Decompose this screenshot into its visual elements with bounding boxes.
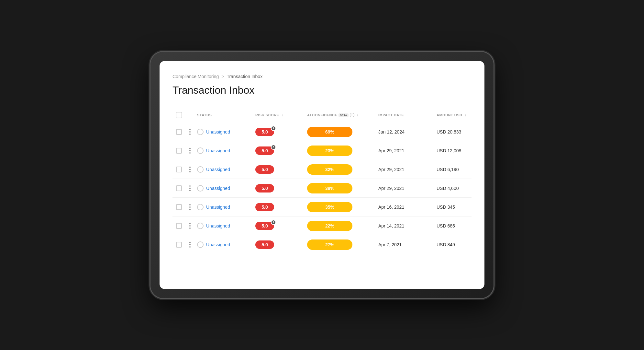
row-checkbox[interactable] xyxy=(176,129,182,135)
dot-icon xyxy=(189,134,191,135)
status-cell: Unassigned xyxy=(197,129,255,135)
row-menu-button[interactable] xyxy=(185,165,194,174)
status-link[interactable]: Unassigned xyxy=(206,129,230,134)
amount-cell: USD 849 xyxy=(437,242,484,247)
confidence-cell: 38% xyxy=(307,183,378,193)
row-menu-button[interactable] xyxy=(185,146,194,155)
amount-sort-icon: ↓ xyxy=(464,113,468,117)
risk-sort-icon: ↓ xyxy=(280,113,284,117)
amount-cell: USD 12,008 xyxy=(437,148,484,153)
table-header: STATUS ↓ RISK SCORE ↓ AI CONFIDENCE BETA… xyxy=(172,109,472,121)
confidence-value: 23% xyxy=(325,148,334,153)
breadcrumb-parent[interactable]: Compliance Monitoring xyxy=(172,74,219,79)
dot-icon xyxy=(189,228,191,229)
impact-date-cell: Apr 7, 2021 xyxy=(378,242,437,247)
dot-icon xyxy=(189,188,191,189)
confidence-value: 69% xyxy=(325,129,334,134)
confidence-value: 22% xyxy=(325,223,334,228)
row-menu-button[interactable] xyxy=(185,184,194,193)
dot-icon xyxy=(189,171,191,172)
header-ai-confidence[interactable]: AI CONFIDENCE BETA i ↓ xyxy=(307,113,378,117)
confidence-value: 27% xyxy=(325,242,334,247)
beta-badge: BETA xyxy=(339,113,348,117)
status-link[interactable]: Unassigned xyxy=(206,242,230,247)
risk-score-cell: 5.0 xyxy=(255,184,307,192)
status-sort-icon: ↓ xyxy=(213,113,217,117)
impact-date-cell: Apr 29, 2021 xyxy=(378,186,437,191)
confidence-cell: 69% xyxy=(307,127,378,137)
device-frame: Compliance Monitoring > Transaction Inbo… xyxy=(150,52,494,298)
ai-confidence-info-icon[interactable]: i xyxy=(350,113,354,117)
dot-icon xyxy=(189,246,191,248)
row-menu-button[interactable] xyxy=(185,127,194,136)
status-link[interactable]: Unassigned xyxy=(206,204,230,210)
confidence-bar: 23% xyxy=(307,146,352,156)
status-link[interactable]: Unassigned xyxy=(206,167,230,172)
dot-icon xyxy=(189,150,191,151)
header-checkbox[interactable] xyxy=(176,112,182,118)
status-cell: Unassigned xyxy=(197,241,255,248)
row-menu-button[interactable] xyxy=(185,221,194,230)
header-impact-date[interactable]: IMPACT DATE ↓ xyxy=(378,113,437,117)
row-checkbox-cell[interactable] xyxy=(172,223,185,229)
row-checkbox-cell[interactable] xyxy=(172,167,185,172)
confidence-bar: 22% xyxy=(307,221,352,231)
status-circle-icon xyxy=(197,129,204,135)
dot-icon xyxy=(189,129,191,130)
avatar-badge: A xyxy=(271,220,276,225)
risk-score-badge: 5.0 A xyxy=(255,222,274,230)
dot-icon xyxy=(189,225,191,227)
dot-icon xyxy=(189,167,191,168)
row-checkbox[interactable] xyxy=(176,204,182,210)
row-checkbox[interactable] xyxy=(176,242,182,248)
table-row: Unassigned 5.0 32% Apr 29, 2021 USD 6,19… xyxy=(172,160,472,179)
row-checkbox-cell[interactable] xyxy=(172,242,185,248)
avatar-badge: A xyxy=(271,145,276,150)
table-row: Unassigned 5.0 35% Apr 16, 2021 USD 345 xyxy=(172,198,472,216)
row-checkbox-cell[interactable] xyxy=(172,148,185,154)
table-row: Unassigned 5.0 A 23% Apr 29, 2021 USD 12… xyxy=(172,141,472,160)
row-checkbox[interactable] xyxy=(176,167,182,172)
confidence-cell: 32% xyxy=(307,164,378,175)
risk-score-cell: 5.0 A xyxy=(255,146,307,155)
dot-icon xyxy=(189,223,191,224)
row-checkbox[interactable] xyxy=(176,185,182,191)
row-menu-button[interactable] xyxy=(185,203,194,212)
row-checkbox-cell[interactable] xyxy=(172,204,185,210)
risk-score-cell: 5.0 xyxy=(255,240,307,249)
risk-score-badge: 5.0 xyxy=(255,203,274,211)
status-circle-icon xyxy=(197,241,204,248)
table-row: Unassigned 5.0 38% Apr 29, 2021 USD 4,60… xyxy=(172,179,472,198)
confidence-bar: 35% xyxy=(307,202,352,212)
dot-icon xyxy=(189,190,191,191)
status-cell: Unassigned xyxy=(197,223,255,229)
row-checkbox[interactable] xyxy=(176,223,182,229)
transaction-table: STATUS ↓ RISK SCORE ↓ AI CONFIDENCE BETA… xyxy=(172,109,472,254)
dot-icon xyxy=(189,148,191,149)
page-title: Transaction Inbox xyxy=(172,84,472,96)
avatar-badge: A xyxy=(271,126,276,131)
confidence-bar: 27% xyxy=(307,239,352,250)
table-row: Unassigned 5.0 A 69% Jan 12, 2024 USD 20… xyxy=(172,122,472,141)
header-amount-usd[interactable]: AMOUNT USD ↓ xyxy=(437,113,484,117)
status-circle-icon xyxy=(197,166,204,173)
row-checkbox-cell[interactable] xyxy=(172,129,185,135)
dot-icon xyxy=(189,204,191,205)
status-cell: Unassigned xyxy=(197,185,255,192)
impact-date-cell: Apr 29, 2021 xyxy=(378,148,437,153)
status-link[interactable]: Unassigned xyxy=(206,148,230,153)
dot-icon xyxy=(189,131,191,133)
risk-score-cell: 5.0 A xyxy=(255,222,307,230)
status-link[interactable]: Unassigned xyxy=(206,186,230,191)
row-menu-button[interactable] xyxy=(185,240,194,249)
breadcrumb-separator: > xyxy=(221,74,224,79)
header-risk-score[interactable]: RISK SCORE ↓ xyxy=(255,113,307,117)
row-checkbox[interactable] xyxy=(176,148,182,154)
header-status[interactable]: STATUS ↓ xyxy=(197,113,255,117)
row-checkbox-cell[interactable] xyxy=(172,185,185,191)
dot-icon xyxy=(189,242,191,243)
status-link[interactable]: Unassigned xyxy=(206,223,230,228)
risk-score-cell: 5.0 xyxy=(255,165,307,174)
table-row: Unassigned 5.0 27% Apr 7, 2021 USD 849 xyxy=(172,235,472,254)
header-checkbox-cell[interactable] xyxy=(172,112,185,118)
